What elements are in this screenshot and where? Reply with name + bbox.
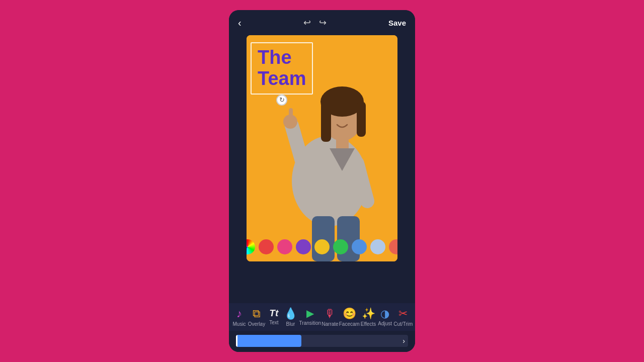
timeline-bar: ›: [229, 331, 415, 352]
effects-label: Effects: [361, 321, 376, 327]
timeline-cursor: [236, 335, 237, 347]
color-picker-light-blue[interactable]: [370, 239, 385, 254]
tool-adjust[interactable]: ◑ Adjust: [377, 308, 393, 326]
tool-effects[interactable]: ✨ Effects: [360, 308, 376, 327]
timeline-track[interactable]: ›: [236, 335, 408, 347]
title-text: The Team: [258, 47, 306, 89]
svg-rect-3: [321, 102, 331, 142]
adjust-icon: ◑: [380, 308, 389, 319]
svg-rect-9: [289, 108, 293, 122]
overlay-label: Overlay: [248, 321, 265, 327]
text-icon: Tt: [269, 308, 278, 318]
top-bar: ‹ ↩ ↪ Save: [229, 10, 415, 35]
save-button[interactable]: Save: [388, 19, 406, 27]
adjust-label: Adjust: [378, 321, 392, 326]
toolbar-items: ♪ Music ⧉ Overlay Tt Text 💧 Blur ▶ Trans…: [229, 308, 415, 327]
timeline-fill: [236, 335, 301, 347]
back-button[interactable]: ‹: [238, 18, 242, 28]
tool-text[interactable]: Tt Text: [266, 308, 282, 325]
color-picker-green[interactable]: [333, 239, 348, 254]
color-picker-purple[interactable]: [296, 239, 311, 254]
tool-music[interactable]: ♪ Music: [231, 308, 248, 327]
bottom-toolbar: ♪ Music ⧉ Overlay Tt Text 💧 Blur ▶ Trans…: [229, 303, 415, 331]
svg-rect-4: [357, 102, 366, 137]
timeline-arrow: ›: [403, 337, 405, 345]
music-label: Music: [233, 321, 246, 327]
color-palette: [247, 239, 397, 254]
color-picker-coral[interactable]: [389, 239, 397, 254]
background: The Team ↻: [247, 35, 397, 261]
svg-rect-12: [337, 216, 360, 261]
redo-button[interactable]: ↪: [319, 17, 327, 28]
tool-cuttrim[interactable]: ✂ Cut/Trim: [393, 308, 413, 327]
transition-label: Transition: [299, 320, 321, 326]
svg-rect-11: [312, 216, 335, 261]
tool-narrate[interactable]: 🎙 Narrate: [321, 308, 338, 327]
svg-line-7: [292, 126, 302, 161]
color-picker-pink[interactable]: [277, 239, 292, 254]
effects-icon: ✨: [362, 308, 375, 319]
narrate-label: Narrate: [321, 321, 338, 327]
slide-frame: The Team ↻: [247, 35, 397, 261]
canvas-area: The Team ↻: [229, 35, 415, 303]
app-container: ‹ ↩ ↪ Save: [229, 10, 415, 352]
color-picker-red[interactable]: [259, 239, 274, 254]
color-picker-blue[interactable]: [352, 239, 367, 254]
tool-facecam[interactable]: 😊 Facecam: [339, 308, 360, 327]
blur-icon: 💧: [284, 308, 297, 319]
tool-blur[interactable]: 💧 Blur: [282, 308, 298, 327]
tool-overlay[interactable]: ⧉ Overlay: [248, 308, 265, 327]
text-label: Text: [269, 320, 278, 325]
top-bar-center: ↩ ↪: [303, 17, 327, 28]
color-picker-yellow[interactable]: [314, 239, 330, 254]
facecam-label: Facecam: [339, 321, 360, 327]
text-overlay[interactable]: The Team ↻: [251, 42, 313, 95]
rotate-handle[interactable]: ↻: [276, 95, 287, 106]
tool-transition[interactable]: ▶ Transition: [299, 308, 321, 326]
color-picker-rainbow[interactable]: [247, 239, 255, 254]
music-icon: ♪: [236, 308, 242, 319]
overlay-icon: ⧉: [253, 308, 261, 319]
cuttrim-icon: ✂: [398, 308, 408, 319]
svg-line-10: [357, 163, 367, 201]
transition-icon: ▶: [306, 308, 314, 318]
narrate-icon: 🎙: [325, 308, 336, 319]
cuttrim-label: Cut/Trim: [393, 321, 413, 327]
blur-label: Blur: [286, 321, 295, 327]
undo-button[interactable]: ↩: [303, 17, 311, 28]
facecam-icon: 😊: [343, 308, 356, 319]
